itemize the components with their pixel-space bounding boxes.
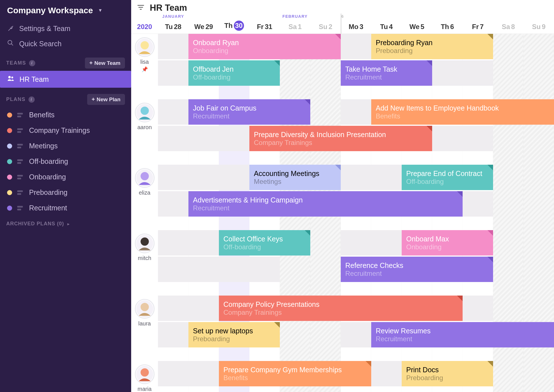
workspace-switcher[interactable]: Company Workspace ▼ [0,3,131,21]
task-bar[interactable]: Review Resumes Recruitment [371,322,554,347]
filter-icon[interactable] [137,3,145,12]
task-bar[interactable]: Onboard Ryan Onboarding [188,34,341,59]
task-bar[interactable]: Preboarding Ryan Preboarding [371,34,493,59]
timeline-header: 2020 JANUARYTu 28We 29Th 30Fr 31FEBRUARY… [131,14,554,34]
day-header-cell[interactable]: Sa 8 [493,14,524,34]
task-plan-label: Recruitment [193,204,458,212]
task-bar[interactable]: Prepare End of Contract Off-boarding [402,165,493,190]
task-bar[interactable]: Set up new laptops Preboarding [188,322,280,347]
task-corner-icon [427,60,432,66]
main-header: HR Team [131,0,554,14]
person-label[interactable]: eliza [131,168,158,196]
task-bar[interactable]: Collect Office Keys Off-boarding [219,230,310,256]
pin-icon[interactable]: 📌 [131,66,158,72]
day-label: Fr 7 [463,23,493,31]
day-header-cell[interactable]: Fr 7 [463,14,493,34]
task-plan-label: Off-boarding [406,178,489,186]
plan-bars-icon [17,206,23,210]
day-header-cell[interactable]: Fr 31 [249,14,280,34]
task-bar[interactable]: Accounting Meetings Meetings [249,165,341,190]
day-header-cell[interactable]: We 5 [402,14,432,34]
day-header-cell[interactable]: Tu 4 [371,14,402,34]
settings-link[interactable]: Settings & Team [0,21,131,36]
day-header-cell[interactable]: FEBRUARYSa 1 [280,14,310,34]
info-icon[interactable]: i [28,96,35,103]
timeline-track: Company Policy Presentations Company Tra… [158,296,554,321]
timeline-track: Reference Checks Recruitment [158,257,554,282]
plan-label: Onboarding [29,173,66,181]
day-header-cell[interactable]: Th 6 [432,14,463,34]
avatar [135,234,155,253]
timeline-track: Onboard Ryan Onboarding Preboarding Ryan… [158,34,554,59]
person-label[interactable]: laura [131,299,158,327]
task-bar[interactable]: Prepare Company Gym Memberships Benefits [219,361,371,386]
day-header-cell[interactable]: Su 9 [524,14,554,34]
info-icon[interactable]: i [29,60,35,66]
person-name: eliza [131,190,158,196]
teams-section-header: TEAMS i + New Team [0,51,131,71]
sidebar-plan-item[interactable]: Preboarding [0,185,131,200]
caret-down-icon: ▼ [98,8,103,13]
day-header-cell[interactable]: Th 30 [219,14,249,34]
settings-label: Settings & Team [19,25,71,33]
timeline-track: Offboard Jen Off-boarding Take Home Task… [158,60,554,86]
task-corner-icon [457,191,463,197]
day-header-cell[interactable]: Su 2 [310,14,341,34]
person-name: aaron [131,124,158,131]
task-corner-icon [366,361,371,367]
year-label[interactable]: 2020 [131,14,158,34]
plan-label: Benefits [29,111,54,119]
task-plan-label: Onboarding [406,243,489,251]
timeline-track: Set up new laptops Preboarding Review Re… [158,322,554,347]
task-corner-icon [487,230,493,236]
day-header-cell[interactable]: 6Mo 3 [341,14,371,34]
day-label: Fr 31 [249,23,280,31]
month-label: FEBRUARY [282,14,307,19]
task-title: Offboard Jen [193,65,275,73]
svg-point-8 [140,41,149,49]
search-icon [7,39,15,48]
sidebar-plan-item[interactable]: Meetings [0,138,131,154]
plan-bars-icon [17,128,23,133]
task-bar[interactable]: Advertisements & Hiring Campaign Recruit… [188,191,463,217]
task-bar[interactable]: Onboard Max Onboarding [402,230,493,256]
timeline-track: Accounting Meetings Meetings Prepare End… [158,165,554,190]
plan-color-dot [7,113,12,118]
task-title: Review Resumes [376,327,554,335]
task-title: Add New Items to Employee Handbook [376,104,554,112]
sidebar-plan-item[interactable]: Off-boarding [0,154,131,169]
person-label[interactable]: maria [131,364,158,392]
person-label[interactable]: mitch [131,234,158,261]
task-corner-icon [274,60,280,66]
day-header-cell[interactable]: JANUARYTu 28 [158,14,188,34]
task-bar[interactable]: Company Policy Presentations Company Tra… [219,296,463,321]
task-bar[interactable]: Add New Items to Employee Handbook Benef… [371,99,554,125]
task-bar[interactable]: Take Home Task Recruitment [341,60,432,86]
day-label: Sa 1 [280,23,310,31]
plan-label: Off-boarding [29,157,68,166]
sidebar-plan-item[interactable]: Company Trainings [0,123,131,138]
task-corner-icon [335,165,341,170]
task-bar[interactable]: Print Docs Preboarding [402,361,493,386]
search-label: Quick Search [19,40,61,48]
quick-search-link[interactable]: Quick Search [0,36,131,51]
sidebar-plan-item[interactable]: Recruitment [0,200,131,216]
day-header-cell[interactable]: We 29 [188,14,219,34]
task-bar[interactable]: Offboard Jen Off-boarding [188,60,280,86]
task-bar[interactable]: Prepare Diversity & Inclusion Presentati… [249,126,432,151]
sidebar-plan-item[interactable]: Benefits [0,107,131,123]
task-bar[interactable]: Reference Checks Recruitment [341,257,493,282]
sidebar-team-item[interactable]: HR Team [0,71,131,88]
person-label[interactable]: lisa 📌 [131,37,158,72]
task-corner-icon [487,34,493,39]
person-label[interactable]: aaron [131,103,158,131]
new-team-button[interactable]: + New Team [85,58,125,69]
plan-color-dot [7,206,12,211]
sidebar-plan-item[interactable]: Onboarding [0,169,131,185]
plan-color-dot [7,128,12,133]
svg-point-0 [8,40,12,44]
archived-plans-toggle[interactable]: ARCHIVED PLANS (0) ▸ [0,216,131,232]
new-plan-button[interactable]: + New Plan [87,94,125,105]
task-bar[interactable]: Job Fair on Campus Recruitment [188,99,310,125]
plan-bars-icon [17,159,23,164]
